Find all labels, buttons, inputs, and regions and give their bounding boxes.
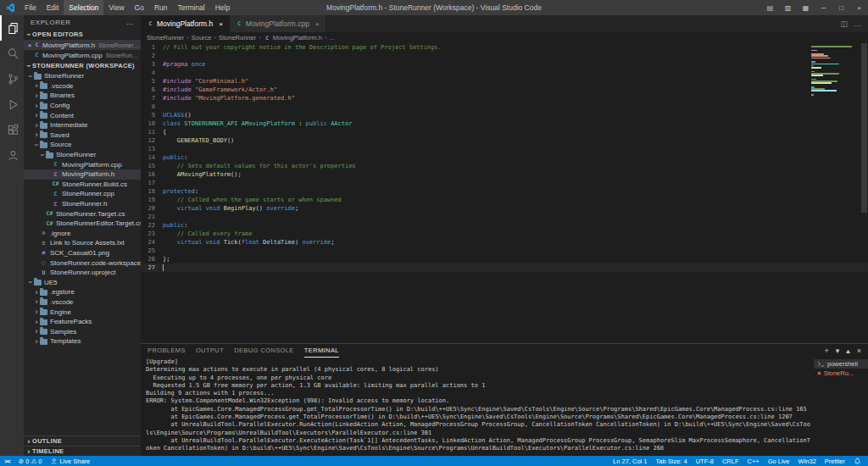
code-line-24[interactable]: 24 virtual void Tick(float DeltaTime) ov…: [141, 238, 868, 247]
menu-selection[interactable]: Selection: [64, 0, 103, 15]
minimap[interactable]: [811, 46, 859, 98]
code-line-13[interactable]: 13: [141, 145, 868, 153]
open-editors-header[interactable]: › OPEN EDITORS: [24, 29, 141, 40]
layout-sidebar-button[interactable]: ▤: [761, 0, 779, 15]
tree-item-movingplatform-h[interactable]: ›CMovingPlatform.h: [24, 169, 141, 180]
tree-item-templates[interactable]: ›Templates: [24, 336, 141, 347]
code-line-2[interactable]: 2: [141, 52, 868, 60]
menu-help[interactable]: Help: [210, 0, 235, 15]
problems-status[interactable]: ⊘ 0 ⚠ 0: [14, 456, 47, 466]
prettier-status[interactable]: Prettier: [821, 456, 849, 466]
tree-item-stonerunner-cpp[interactable]: ›CStoneRunner.cpp: [24, 189, 141, 199]
section-timeline[interactable]: ›TIMELINE: [24, 446, 141, 456]
panel-tab-debug-console[interactable]: DEBUG CONSOLE: [234, 344, 294, 358]
minimize-button[interactable]: ─: [815, 0, 832, 15]
editor-scrollbar[interactable]: [860, 43, 868, 343]
breadcrumb-item-source[interactable]: Source: [192, 34, 212, 42]
maximize-panel-icon[interactable]: ▴: [846, 347, 850, 355]
tree-item-sck-casual01-png[interactable]: ›▣SCK_Casual01.png: [24, 248, 141, 258]
tree-item-vscode[interactable]: ›.vscode: [24, 81, 141, 92]
new-terminal-icon[interactable]: +: [824, 347, 828, 355]
eol-status[interactable]: CRLF: [718, 456, 743, 466]
breadcrumb-item-stonerunner[interactable]: StoneRunner: [219, 34, 256, 42]
live-share-status[interactable]: Live Share: [46, 456, 94, 466]
tree-item-stonerunner-code-workspace[interactable]: ›▢StoneRunner.code-workspace: [24, 258, 141, 268]
breadcrumb-item-more[interactable]: ...: [330, 34, 335, 42]
terminal-instance-powershell[interactable]: powershell: [814, 359, 868, 369]
panel-tab-terminal[interactable]: TERMINAL: [304, 344, 339, 358]
indentation-status[interactable]: Tab Size: 4: [652, 456, 692, 466]
breadcrumb-item-movingplatform-h[interactable]: CMovingPlatform.h: [264, 34, 322, 42]
code-line-26[interactable]: 26};: [141, 255, 868, 264]
code-line-5[interactable]: 5#include "CoreMinimal.h": [141, 77, 868, 86]
tree-item-link-to-source-assets-txt[interactable]: ›≡Link to Source Assets.txt: [24, 238, 141, 248]
tree-item-intermediate[interactable]: ›Intermediate: [24, 120, 141, 130]
section-outline[interactable]: ›OUTLINE: [24, 435, 141, 446]
workspace-header[interactable]: › STONERUNNER (WORKSPACE): [24, 60, 141, 71]
tree-item-stonerunner[interactable]: ›StoneRunner: [24, 71, 141, 81]
tab-movingplatform-cpp[interactable]: CMovingPlatform.cpp×: [230, 15, 326, 32]
remote-indicator[interactable]: ><: [0, 456, 14, 466]
language-mode-status[interactable]: C++: [743, 456, 764, 466]
code-editor[interactable]: 1// Fill out your copyright notice in th…: [141, 43, 868, 343]
code-line-23[interactable]: 23 // Called every frame: [141, 230, 868, 238]
code-line-8[interactable]: 8: [141, 103, 868, 111]
close-editor-icon[interactable]: ×: [26, 42, 33, 49]
more-actions-icon[interactable]: …: [126, 18, 135, 26]
tab-movingplatform-h[interactable]: CMovingPlatform.h×: [141, 15, 230, 32]
code-line-7[interactable]: 7#include "MovingPlatform.generated.h": [141, 94, 868, 103]
tree-item-stonerunner-target-cs[interactable]: ›C#StoneRunner.Target.cs: [24, 208, 141, 219]
code-line-27[interactable]: 27: [141, 264, 868, 272]
activity-live-share-icon[interactable]: [0, 142, 24, 168]
layout-customize-button[interactable]: ▦: [797, 0, 815, 15]
tree-item-samples[interactable]: ›Samples: [24, 326, 141, 336]
tree-item-stonerunner[interactable]: ›StoneRunner: [24, 150, 141, 160]
menu-terminal[interactable]: Terminal: [173, 0, 210, 15]
close-button[interactable]: ×: [850, 0, 868, 15]
open-editor-movingplatform-h[interactable]: ×CMovingPlatform.hStoneRunner • S...: [24, 40, 141, 50]
go-live-status[interactable]: Go Live: [764, 456, 794, 466]
close-panel-icon[interactable]: ×: [857, 347, 861, 355]
tree-item-ue5[interactable]: ›UE5: [24, 277, 141, 287]
code-line-17[interactable]: 17: [141, 179, 868, 187]
tree-item-featurepacks[interactable]: ›FeaturePacks: [24, 317, 141, 327]
restore-button[interactable]: □: [832, 0, 850, 15]
menu-run[interactable]: Run: [149, 0, 173, 15]
panel-tab-problems[interactable]: PROBLEMS: [147, 344, 186, 358]
menu-file[interactable]: File: [19, 0, 42, 15]
code-line-10[interactable]: 10class STONERUNNER_API AMovingPlatform …: [141, 119, 868, 128]
layout-panel-button[interactable]: ▥: [779, 0, 797, 15]
close-tab-icon[interactable]: ×: [315, 20, 320, 28]
menu-go[interactable]: Go: [130, 0, 149, 15]
tree-item-source[interactable]: ›Source: [24, 140, 141, 150]
menu-edit[interactable]: Edit: [42, 0, 64, 15]
tree-item-saved[interactable]: ›Saved: [24, 130, 141, 141]
code-line-20[interactable]: 20 virtual void BeginPlay() override;: [141, 204, 868, 213]
scrollbar-thumb[interactable]: [861, 43, 867, 213]
menu-view[interactable]: View: [103, 0, 129, 15]
tree-item-egstore[interactable]: ›.egstore: [24, 287, 141, 297]
activity-source-control-icon[interactable]: [0, 66, 24, 92]
code-line-25[interactable]: 25: [141, 247, 868, 255]
code-line-16[interactable]: 16 AMovingPlatform();: [141, 170, 868, 179]
code-line-4[interactable]: 4: [141, 69, 868, 77]
split-editor-icon[interactable]: ◫: [840, 19, 848, 28]
breadcrumb-item-stonerunner[interactable]: StoneRunner: [147, 34, 184, 42]
code-line-9[interactable]: 9UCLASS(): [141, 111, 868, 119]
code-line-15[interactable]: 15 // Sets default values for this actor…: [141, 162, 868, 170]
panel-tab-output[interactable]: OUTPUT: [196, 344, 224, 358]
code-line-3[interactable]: 3#pragma once: [141, 60, 868, 69]
tree-item-stonerunnereditor-target-cs[interactable]: ›C#StoneRunnerEditor.Target.cs: [24, 219, 141, 229]
more-actions-icon[interactable]: …: [854, 19, 861, 28]
tree-item-movingplatform-cpp[interactable]: ›CMovingPlatform.cpp: [24, 159, 141, 169]
code-line-6[interactable]: 6#include "GameFramework/Actor.h": [141, 86, 868, 94]
activity-run-debug-icon[interactable]: [0, 92, 24, 117]
close-tab-icon[interactable]: ×: [219, 20, 223, 28]
notifications-status[interactable]: [849, 456, 865, 466]
tree-item-content[interactable]: ›Content: [24, 110, 141, 120]
code-line-14[interactable]: 14public:: [141, 153, 868, 162]
open-editor-movingplatform-cpp[interactable]: CMovingPlatform.cppStoneRunner ...: [24, 50, 141, 60]
code-line-21[interactable]: 21: [141, 213, 868, 221]
terminal-output[interactable]: [Upgrade]Determining max actions to exec…: [141, 358, 814, 456]
encoding-status[interactable]: UTF-8: [692, 456, 718, 466]
